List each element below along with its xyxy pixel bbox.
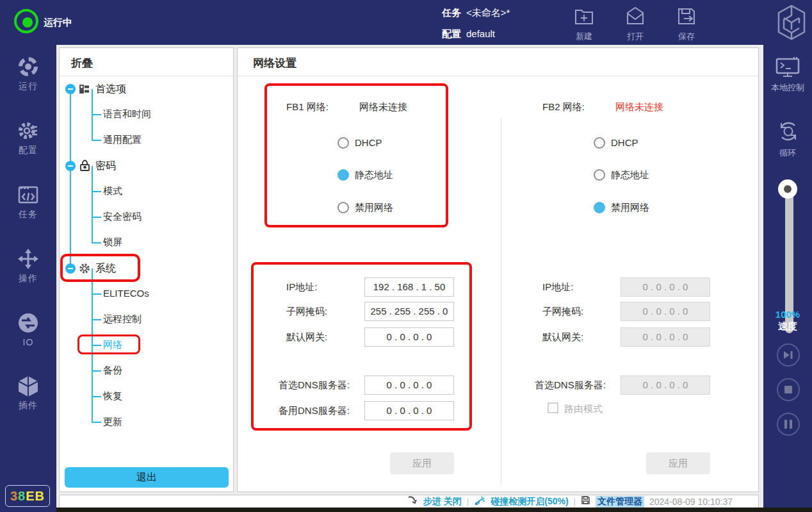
fb2-apply-button[interactable]: 应用 xyxy=(646,452,710,474)
tree-stub xyxy=(92,370,101,372)
fb1-radio-disable[interactable] xyxy=(337,202,349,213)
sidebar-item-config[interactable]: 配置 xyxy=(0,119,56,156)
fb1-netmask-input[interactable]: 255 . 255 . 255 . 0 xyxy=(364,302,454,321)
tree-node-network[interactable]: 网络 xyxy=(103,339,122,351)
tree-node-remote-control[interactable]: 远程控制 xyxy=(103,313,142,326)
exit-button[interactable]: 退出 xyxy=(65,467,229,488)
lock-icon xyxy=(79,160,90,174)
brand-logo-icon xyxy=(776,4,807,44)
local-control-label: 本地控制 xyxy=(763,82,812,94)
route-mode-label: 路由模式 xyxy=(564,403,603,415)
fb1-network-status: 网络未连接 xyxy=(359,101,407,113)
file-manager-icon xyxy=(581,495,590,508)
gear-icon xyxy=(17,133,40,144)
fb1-dns2-input[interactable]: 0 . 0 . 0 . 0 xyxy=(364,401,454,420)
badge-char: B xyxy=(35,489,45,503)
fb1-dns1-input[interactable]: 0 . 0 . 0 . 0 xyxy=(364,376,454,395)
sidebar-item-jog[interactable]: 操作 xyxy=(0,247,56,285)
local-control-icon[interactable] xyxy=(775,56,800,82)
tree-stub xyxy=(92,293,101,295)
fb2-radio-disable[interactable] xyxy=(594,202,605,213)
fb2-gateway-input: 0 . 0 . 0 . 0 xyxy=(621,327,710,347)
tree-node-update[interactable]: 更新 xyxy=(103,416,122,428)
sidebar-item-plugin[interactable]: 插件 xyxy=(0,374,56,411)
tree-node-safety-password[interactable]: 安全密码 xyxy=(103,211,142,223)
fb2-radio-dhcp[interactable] xyxy=(594,137,605,149)
tree-node-password[interactable]: 密码 xyxy=(95,160,116,173)
tree-node-preferences[interactable]: 首选项 xyxy=(95,83,126,96)
page-title: 网络设置 xyxy=(253,56,296,70)
move-arrows-icon xyxy=(17,261,40,272)
open-task-label: 打开 xyxy=(615,31,656,42)
sidebar-item-label: 操作 xyxy=(0,273,56,285)
new-task-label: 新建 xyxy=(564,31,605,42)
config-value: default xyxy=(466,28,495,39)
tree-node-mode[interactable]: 模式 xyxy=(103,185,122,197)
open-task-button[interactable]: 打开 xyxy=(615,5,656,42)
fb2-network-label: FB2 网络: xyxy=(542,101,585,113)
speed-slider-knob[interactable] xyxy=(778,179,797,199)
tree-trunk-line xyxy=(70,89,71,268)
collapse-title[interactable]: 折叠 xyxy=(71,56,93,70)
tree-node-lock-screen[interactable]: 锁屏 xyxy=(103,236,122,249)
running-status-text: 运行中 xyxy=(44,17,72,29)
task-value: <未命名>* xyxy=(466,7,510,19)
fb2-dns1-input: 0 . 0 . 0 . 0 xyxy=(621,376,710,395)
save-task-button[interactable]: 保存 xyxy=(666,5,707,42)
tree-node-language-time[interactable]: 语言和时间 xyxy=(103,108,151,120)
running-status-icon xyxy=(14,9,38,33)
loop-icon[interactable] xyxy=(776,119,800,146)
tree-node-system[interactable]: 系统 xyxy=(95,262,116,276)
fb2-netmask-label: 子网掩码: xyxy=(542,306,583,318)
open-file-icon xyxy=(624,18,646,29)
fb1-dns1-label: 首选DNS服务器: xyxy=(279,379,350,392)
fb1-apply-button[interactable]: 应用 xyxy=(390,452,454,474)
pause-button[interactable] xyxy=(777,413,800,436)
sidebar-item-task[interactable]: 任务 xyxy=(0,183,56,220)
tree-stub xyxy=(92,422,101,423)
stop-button[interactable] xyxy=(777,378,800,401)
step-mode-status[interactable]: 步进 关闭 xyxy=(423,496,462,508)
tree-node-elitecos[interactable]: ELITECOs xyxy=(103,288,149,299)
fb2-gateway-label: 默认网关: xyxy=(542,331,583,343)
status-separator: | xyxy=(467,497,469,506)
fb2-radio-static-label[interactable]: 静态地址 xyxy=(611,169,649,181)
collision-detection-status[interactable]: 碰撞检测开启(50%) xyxy=(491,496,568,508)
save-task-label: 保存 xyxy=(666,31,707,42)
collapse-toggle-preferences[interactable] xyxy=(65,84,76,94)
fb1-ip-input[interactable]: 192 . 168 . 1 . 50 xyxy=(364,277,454,297)
fb1-gateway-label: 默认网关: xyxy=(286,331,327,343)
tree-node-restore[interactable]: 恢复 xyxy=(103,390,122,402)
fb1-gateway-input[interactable]: 0 . 0 . 0 . 0 xyxy=(364,327,454,347)
fb2-radio-disable-label[interactable]: 禁用网络 xyxy=(611,202,649,214)
fb2-radio-dhcp-label[interactable]: DHCP xyxy=(611,137,638,148)
step-mode-icon xyxy=(407,495,418,508)
fb1-radio-disable-label[interactable]: 禁用网络 xyxy=(355,202,393,214)
collapse-toggle-system[interactable] xyxy=(65,263,76,274)
robot-id-badge[interactable]: 38EB xyxy=(5,485,50,507)
sidebar-item-label: 配置 xyxy=(0,145,56,156)
step-forward-button[interactable] xyxy=(777,343,800,367)
fb1-radio-dhcp-label[interactable]: DHCP xyxy=(355,137,382,148)
sidebar-item-label: 任务 xyxy=(0,209,56,220)
fb1-radio-dhcp[interactable] xyxy=(337,137,349,149)
file-manager-button[interactable]: 文件管理器 xyxy=(596,496,644,508)
route-mode-checkbox[interactable] xyxy=(548,402,558,413)
fb1-radio-static[interactable] xyxy=(337,169,349,181)
tree-stub xyxy=(92,319,101,320)
speed-value: 100% xyxy=(763,309,812,320)
fb1-radio-static-label[interactable]: 静态地址 xyxy=(355,169,393,181)
sidebar-item-run[interactable]: 运行 xyxy=(0,55,56,92)
left-sidebar: 运行 配置 任务 操作 xyxy=(0,45,56,512)
code-window-icon xyxy=(17,197,40,208)
tree-node-backup[interactable]: 备份 xyxy=(103,365,122,377)
right-sidebar: 本地控制 循环 100% 速度 xyxy=(763,45,812,512)
tree-node-general-config[interactable]: 通用配置 xyxy=(103,134,142,146)
new-task-button[interactable]: 新建 xyxy=(564,5,605,42)
tree-stub xyxy=(92,114,101,115)
tree-panel-header: 折叠 xyxy=(60,48,233,76)
sidebar-item-io[interactable]: IO xyxy=(0,311,56,347)
io-icon xyxy=(17,326,40,336)
collapse-toggle-password[interactable] xyxy=(65,161,76,171)
fb2-radio-static[interactable] xyxy=(594,169,605,181)
